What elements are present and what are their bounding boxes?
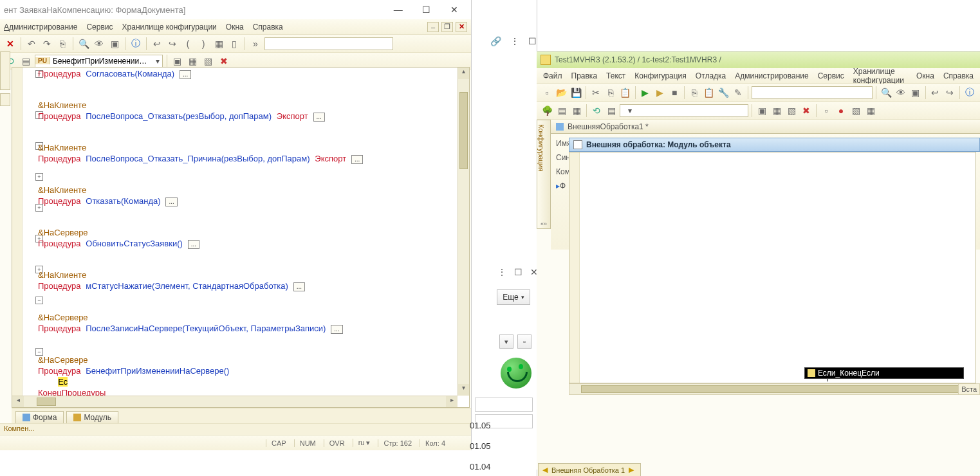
paste2-icon[interactable]: 📋	[703, 86, 716, 99]
info-icon[interactable]: ⓘ	[963, 86, 976, 99]
close-icon[interactable]: ✕	[441, 5, 467, 15]
toolbar-info-icon[interactable]: ⓘ	[129, 37, 142, 50]
kebab-icon[interactable]: ⋮	[497, 267, 506, 277]
right-bottom-tab[interactable]: ◀ Внешняя Обработка 1 ▶	[538, 463, 641, 476]
breadcrumb[interactable]: Компен...	[0, 423, 471, 435]
toolbar-close-icon[interactable]: ✕	[4, 37, 17, 50]
procedure-combo[interactable]: PU БенефитПриИзмененииНаСере ▾	[35, 55, 163, 68]
r2-icon-6[interactable]: ▧	[849, 104, 862, 117]
module-gutter[interactable]	[569, 152, 580, 383]
find-icon[interactable]: 🔍	[880, 86, 892, 99]
tb2-icon-1[interactable]: ▣	[171, 55, 184, 68]
menu-text[interactable]: Текст	[606, 71, 625, 80]
chevron-down-icon[interactable]: ▾	[625, 106, 634, 115]
toolbar-undo-icon[interactable]: ↶	[25, 37, 38, 50]
nav-fwd-icon[interactable]: ↪	[943, 86, 956, 99]
menu-repo[interactable]: Хранилище конфигурации	[853, 67, 907, 85]
toolbar-doc-icon[interactable]: ▦	[212, 37, 225, 50]
find-eye-icon[interactable]: 👁	[894, 86, 907, 99]
proc-nav-icon[interactable]: ⟲	[590, 104, 603, 117]
code-editor[interactable]: Процедура Согласовать(Команда) ... &НаКл…	[12, 67, 470, 408]
horizontal-scrollbar[interactable]: ◂ ▸	[12, 396, 458, 407]
triangle-right-icon[interactable]: ▶	[629, 466, 634, 474]
scroll-thumb[interactable]	[459, 92, 468, 169]
r2-icon-1[interactable]: ▣	[755, 104, 768, 117]
blank-input-1[interactable]	[475, 398, 533, 412]
menu-file[interactable]: Файл	[543, 71, 562, 80]
hscroll-thumb[interactable]	[37, 398, 56, 406]
tb2-icon-3[interactable]: ▧	[202, 55, 215, 68]
toolbar-copy-icon[interactable]: ⎘	[56, 37, 69, 50]
toolbar-search-input[interactable]	[264, 37, 393, 50]
scroll-down-icon[interactable]: ▾	[458, 384, 469, 396]
tab-form[interactable]: Форма	[15, 411, 64, 423]
mdi-restore-icon[interactable]: ❐	[441, 22, 453, 32]
scroll-left-icon[interactable]: ◂	[12, 396, 24, 407]
menu-admin[interactable]: ААдминистрированиедминистрирование	[4, 23, 77, 32]
module-code-editor[interactable]	[569, 152, 976, 383]
dropdown-small-button[interactable]: ▾	[499, 334, 513, 349]
copy2-icon[interactable]: ⎘	[688, 86, 701, 99]
r2-icon-5[interactable]: ▫	[820, 104, 833, 117]
nav-back-icon[interactable]: ↩	[929, 86, 942, 99]
vertical-scrollbar[interactable]: ▴ ▾	[458, 68, 469, 396]
mdi-close-icon[interactable]: ✕	[456, 22, 467, 32]
toolbar-page-icon[interactable]: ▯	[228, 37, 241, 50]
debug-icon[interactable]: ▶	[653, 86, 666, 99]
tree-icon[interactable]: 🌳	[541, 104, 553, 117]
config-side-tab[interactable]: Конфигурация «»	[537, 120, 551, 229]
toolbar-replace-icon[interactable]: 👁	[93, 37, 106, 50]
cut-icon[interactable]: ✂	[589, 86, 602, 99]
copy-icon[interactable]: ⎘	[604, 86, 617, 99]
triangle-left-icon[interactable]: ◀	[542, 466, 548, 474]
right-procedure-combo[interactable]: ▾	[620, 104, 748, 117]
autocomplete-popup[interactable]: Если_КонецЕсли	[804, 367, 964, 379]
open-folder-icon[interactable]: 📂	[555, 86, 568, 99]
fold-gutter[interactable]	[23, 68, 38, 396]
scroll-right-icon[interactable]: ▸	[446, 396, 458, 407]
r2-icon-4[interactable]: ✖	[800, 104, 813, 117]
left-side-tab-1[interactable]	[0, 51, 10, 90]
side-tab-arrows-icon[interactable]: «»	[537, 221, 550, 227]
left-side-tab-2[interactable]	[0, 93, 10, 106]
paste-icon[interactable]: 📋	[619, 86, 632, 99]
module-hscrollbar[interactable]	[569, 383, 976, 395]
right-search-input[interactable]	[752, 86, 873, 99]
tb2-icon-4[interactable]: ✖	[217, 55, 230, 68]
chevron-down-icon[interactable]: ▾	[153, 57, 162, 66]
tab-module[interactable]: Модуль	[66, 411, 118, 423]
status-lang[interactable]: ru ▾	[353, 439, 371, 447]
tools-icon[interactable]: 🔧	[717, 86, 730, 99]
more-button[interactable]: Еще▾	[497, 289, 530, 305]
new-file-icon[interactable]: ▫	[541, 86, 553, 99]
menu-windows[interactable]: Окна	[226, 23, 244, 32]
code-content[interactable]: Процедура Согласовать(Команда) ... &НаКл…	[38, 69, 458, 396]
menu-edit[interactable]: Правка	[571, 71, 598, 80]
toolbar-bookmark-icon[interactable]: ▣	[108, 37, 121, 50]
link-icon[interactable]: 🔗	[490, 36, 501, 46]
save-icon[interactable]: 💾	[570, 86, 583, 99]
menu-help[interactable]: Справка	[943, 71, 974, 80]
toolbar-redo-icon[interactable]: ↷	[41, 37, 53, 50]
r2-icon-2[interactable]: ▦	[770, 104, 783, 117]
layout-icon[interactable]: ▦	[570, 104, 583, 117]
tb2-icon-2[interactable]: ▦	[187, 55, 199, 68]
maximize-small-icon[interactable]: ☐	[514, 267, 522, 277]
breakpoint-gutter[interactable]	[12, 68, 23, 396]
stop-icon[interactable]: ■	[668, 86, 681, 99]
menu-service[interactable]: Сервис	[86, 23, 113, 32]
kebab-icon[interactable]: ⋮	[510, 36, 519, 46]
maximize-small-icon[interactable]: ☐	[528, 36, 537, 46]
maximize-icon[interactable]: ☐	[413, 5, 439, 15]
menu-admin[interactable]: Администрирование	[735, 71, 808, 80]
r2-icon-bp[interactable]: ●	[835, 104, 847, 117]
proc-list-icon[interactable]: ▤	[605, 104, 618, 117]
menu-debug[interactable]: Отладка	[696, 71, 726, 80]
hscroll-thumb[interactable]	[581, 385, 964, 393]
mdi-minimize-icon[interactable]: –	[427, 22, 439, 32]
run-icon[interactable]: ▶	[639, 86, 652, 99]
wand-icon[interactable]: ✎	[732, 86, 744, 99]
menu-repo[interactable]: Хранилище конфигурации	[122, 23, 217, 32]
r2-icon-3[interactable]: ▧	[785, 104, 798, 117]
props-icon[interactable]: ▤	[555, 104, 568, 117]
